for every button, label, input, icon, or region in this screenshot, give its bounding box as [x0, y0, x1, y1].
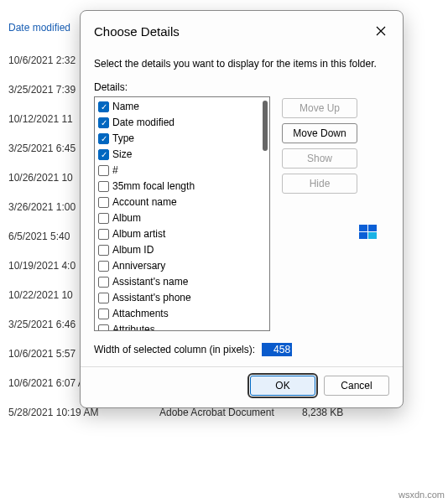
details-listbox[interactable]: NameDate modifiedTypeSize#35mm focal len…	[94, 96, 270, 331]
svg-rect-3	[368, 232, 377, 239]
details-item-label: #	[112, 163, 118, 178]
details-item-label: Type	[112, 132, 134, 146]
watermark: wsxdn.com	[399, 490, 445, 500]
checkbox-icon[interactable]	[98, 277, 109, 288]
checkbox-icon[interactable]	[98, 181, 109, 192]
svg-rect-0	[359, 225, 367, 231]
details-item-label: Assistant's phone	[112, 291, 191, 305]
checkbox-icon[interactable]	[98, 245, 109, 256]
details-item[interactable]: Type	[95, 131, 269, 147]
details-item[interactable]: Attachments	[95, 306, 269, 322]
details-item[interactable]: #	[95, 163, 269, 179]
width-input[interactable]	[262, 343, 292, 356]
details-item[interactable]: Assistant's phone	[95, 290, 269, 306]
details-item-label: Name	[112, 100, 139, 114]
svg-rect-1	[368, 225, 377, 231]
details-item-label: Date modified	[112, 116, 175, 130]
choose-details-dialog: Choose Details Select the details you wa…	[80, 10, 404, 408]
details-item-label: Size	[112, 148, 132, 162]
windows-flag-icon	[359, 225, 378, 240]
details-item[interactable]: Account name	[95, 194, 269, 210]
checkbox-icon[interactable]	[98, 165, 109, 176]
dialog-footer: OK Cancel	[94, 376, 389, 396]
details-item[interactable]: 35mm focal length	[95, 179, 269, 194]
ok-button[interactable]: OK	[250, 376, 315, 396]
details-item-label: Attachments	[112, 307, 169, 321]
details-item-label: Assistant's name	[112, 275, 188, 289]
details-item[interactable]: Album ID	[95, 242, 269, 258]
move-down-button[interactable]: Move Down	[282, 123, 357, 143]
checkbox-icon[interactable]	[98, 293, 109, 303]
checkbox-icon[interactable]	[98, 149, 109, 160]
close-button[interactable]	[371, 21, 391, 41]
checkbox-icon[interactable]	[98, 309, 109, 319]
details-item-label: Anniversary	[112, 259, 165, 273]
details-item[interactable]: Date modified	[95, 115, 269, 131]
checkbox-icon[interactable]	[98, 229, 109, 240]
reorder-buttons: Move Up Move Down Show Hide	[282, 96, 357, 331]
details-item[interactable]: Name	[95, 99, 269, 115]
details-label: Details:	[94, 81, 389, 93]
dialog-instruction: Select the details you want to display f…	[94, 58, 389, 70]
details-item-label: Account name	[112, 195, 177, 210]
details-item[interactable]: Attributes	[95, 322, 269, 331]
show-button[interactable]: Show	[282, 148, 357, 169]
checkbox-icon[interactable]	[98, 197, 109, 208]
checkbox-icon[interactable]	[98, 101, 109, 112]
checkbox-icon[interactable]	[98, 133, 109, 144]
details-item[interactable]: Album artist	[95, 226, 269, 242]
checkbox-icon[interactable]	[98, 117, 109, 128]
dialog-title: Choose Details	[94, 24, 180, 39]
details-item-label: Album ID	[112, 243, 154, 257]
details-item[interactable]: Assistant's name	[95, 274, 269, 290]
dialog-separator	[81, 366, 403, 367]
checkbox-icon[interactable]	[98, 324, 109, 331]
details-item[interactable]: Album	[95, 210, 269, 226]
cancel-button[interactable]: Cancel	[324, 376, 389, 396]
move-up-button[interactable]: Move Up	[282, 98, 357, 118]
checkbox-icon[interactable]	[98, 213, 109, 224]
details-item-label: 35mm focal length	[112, 179, 195, 194]
column-width-row: Width of selected column (in pixels):	[94, 343, 389, 356]
dialog-titlebar: Choose Details	[81, 11, 403, 46]
hide-button[interactable]: Hide	[282, 174, 357, 194]
details-item-label: Album artist	[112, 227, 165, 241]
details-item-label: Album	[112, 211, 141, 226]
close-icon	[376, 26, 386, 36]
checkbox-icon[interactable]	[98, 261, 109, 272]
svg-rect-2	[359, 232, 367, 239]
details-item[interactable]: Size	[95, 147, 269, 163]
details-item[interactable]: Anniversary	[95, 258, 269, 274]
details-item-label: Attributes	[112, 323, 155, 331]
width-label: Width of selected column (in pixels):	[94, 344, 255, 355]
